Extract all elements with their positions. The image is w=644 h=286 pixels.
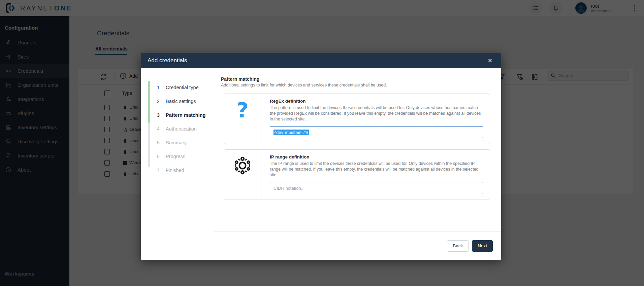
wizard-step-summary[interactable]: 5 Summary bbox=[157, 136, 214, 149]
step-number: 7 bbox=[157, 168, 166, 173]
step-number: 2 bbox=[157, 99, 166, 104]
next-button[interactable]: Next bbox=[472, 240, 493, 252]
wizard-step-authentication[interactable]: 4 Authentication bbox=[157, 122, 214, 136]
step-number: 1 bbox=[157, 85, 166, 90]
step-label: Credential type bbox=[166, 85, 199, 90]
wizard-step-progress[interactable]: 6 Progress bbox=[157, 149, 214, 163]
wizard-step-credential-type[interactable]: 1 Credential type bbox=[157, 80, 214, 94]
wizard-step-finished[interactable]: 7 Finished bbox=[157, 163, 214, 177]
wizard-progress-track bbox=[148, 81, 150, 167]
step-label: Basic settings bbox=[166, 99, 196, 104]
ip-text-cell: IP range definition The IP range is used… bbox=[261, 150, 490, 200]
back-button[interactable]: Back bbox=[447, 240, 469, 252]
question-mark-icon: ? bbox=[236, 99, 249, 144]
step-label: Finished bbox=[166, 168, 184, 173]
step-number: 6 bbox=[157, 154, 166, 159]
regex-text-cell: RegEx definition The pattern is used to … bbox=[261, 94, 490, 144]
ip-range-definition-card: IP range definition The IP range is used… bbox=[224, 149, 490, 200]
cidr-input[interactable] bbox=[270, 182, 483, 194]
ip-range-title: IP range definition bbox=[270, 154, 483, 159]
regex-definition-card: ? RegEx definition The pattern is used t… bbox=[224, 94, 490, 144]
regex-input-value: ^dev-maintain-.*$ bbox=[273, 130, 309, 135]
modal-header: Add credentials ✕ bbox=[141, 53, 501, 68]
content-subheading: Additional settings to limit for which d… bbox=[221, 83, 491, 87]
step-label: Pattern matching bbox=[166, 112, 205, 118]
step-number: 5 bbox=[157, 140, 166, 145]
content-heading: Pattern matching bbox=[221, 76, 491, 82]
network-icon bbox=[232, 155, 253, 176]
modal-footer: Back Next bbox=[214, 231, 501, 260]
wizard-progress-fill bbox=[148, 81, 150, 123]
add-credentials-modal: Add credentials ✕ 1 Credential type 2 Ba… bbox=[141, 53, 501, 260]
regex-input[interactable]: ^dev-maintain-.*$ bbox=[270, 126, 483, 138]
regex-description: The pattern is used to limit the devices… bbox=[270, 105, 483, 122]
pattern-matching-pane: Pattern matching Additional settings to … bbox=[214, 68, 501, 231]
close-icon: ✕ bbox=[488, 58, 492, 64]
wizard-steps: 1 Credential type 2 Basic settings 3 Pat… bbox=[141, 68, 214, 260]
modal-title: Add credentials bbox=[148, 57, 187, 64]
step-label: Authentication bbox=[166, 126, 197, 132]
regex-title: RegEx definition bbox=[270, 99, 483, 104]
wizard-content: Pattern matching Additional settings to … bbox=[214, 68, 501, 260]
ip-icon-cell bbox=[224, 150, 261, 200]
ip-range-description: The IP range is used to limit the device… bbox=[270, 161, 483, 178]
step-number: 3 bbox=[157, 112, 166, 118]
step-label: Progress bbox=[166, 154, 185, 159]
wizard-step-basic-settings[interactable]: 2 Basic settings bbox=[157, 94, 214, 108]
wizard-step-pattern-matching[interactable]: 3 Pattern matching bbox=[157, 108, 214, 122]
regex-icon-cell: ? bbox=[224, 94, 261, 144]
step-number: 4 bbox=[157, 126, 166, 132]
close-button[interactable]: ✕ bbox=[487, 57, 493, 64]
modal-body: 1 Credential type 2 Basic settings 3 Pat… bbox=[141, 68, 501, 260]
step-label: Summary bbox=[166, 140, 187, 145]
